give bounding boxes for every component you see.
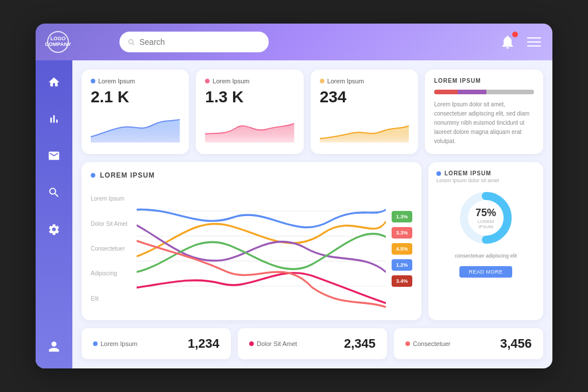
bottom-card-2: Dolor Sit Amet 2,345 [238, 328, 387, 359]
color-bar-purple [458, 90, 486, 94]
search-icon [127, 38, 135, 46]
bottom-card-2-value: 2,345 [344, 336, 376, 351]
top-row: Lorem Ipsum 2.1 K [82, 70, 543, 154]
bottom-card-1-label: Lorem Ipsum [93, 340, 137, 347]
sidebar-item-profile[interactable] [44, 336, 64, 357]
info-card-text: Lorem Ipsum dolor sit amet, consectetuer… [434, 100, 534, 146]
bottom-row: Lorem Ipsum 1,234 Dolor Sit Amet 2,345 C… [82, 328, 543, 359]
donut-dot [436, 171, 441, 176]
sidebar-item-search[interactable] [44, 182, 64, 203]
legend-badge-2: 3.3% [392, 227, 412, 239]
bottom-card-1-value: 1,234 [188, 336, 219, 351]
legend-badge-3: 4.5% [392, 243, 412, 255]
bottom-dot-3 [405, 341, 410, 346]
read-more-button[interactable]: READ MORE [459, 266, 512, 278]
search-nav-icon [48, 186, 60, 199]
notification-badge [512, 32, 518, 37]
main-content: Lorem Ipsum 2.1 K [72, 60, 552, 368]
sidebar-item-home[interactable] [44, 72, 64, 93]
stat-chart-2 [205, 111, 294, 154]
header-right [500, 34, 541, 50]
middle-row: LOREM IPSUM Lorem Ipsum Dolor Sit Amet C… [82, 162, 543, 320]
chart-header: LOREM IPSUM [91, 171, 412, 179]
stat-card-3: Lorem Ipsum 234 [311, 70, 418, 154]
color-bar [434, 90, 534, 94]
logo-area: LOGO COMPANY [47, 31, 110, 53]
bottom-card-3-value: 3,456 [500, 336, 532, 351]
stat-card-2-value: 1.3 K [205, 88, 294, 106]
search-bar[interactable] [119, 32, 269, 52]
chart-title: LOREM IPSUM [100, 171, 155, 179]
stat-dot-3 [320, 79, 324, 83]
donut-percent: 75% [475, 207, 496, 218]
bottom-dot-2 [249, 341, 254, 346]
chart-label-3: Consectetuer [91, 245, 127, 252]
stat-card-1: Lorem Ipsum 2.1 K [82, 70, 189, 154]
donut-chart: 75% LOREM IPSUM [457, 189, 514, 247]
stat-card-3-label: Lorem Ipsum [320, 78, 409, 84]
chart-labels: Lorem Ipsum Dolor Sit Amet Consectetuer … [91, 186, 131, 311]
dashboard: LOGO COMPANY [36, 24, 552, 368]
donut-center-label: LOREM IPSUM [471, 219, 500, 229]
chart-svg-area [137, 186, 386, 311]
bottom-card-2-label: Dolor Sit Amet [249, 340, 297, 347]
donut-subtitle: Lorem Ipsum dolor sit amet [436, 178, 499, 183]
donut-center: 75% LOREM IPSUM [471, 207, 500, 229]
stat-dot-1 [91, 79, 95, 83]
legend-badge-5: 3.4% [392, 275, 412, 287]
stat-chart-3 [320, 111, 409, 154]
chart-icon [48, 113, 60, 125]
chart-legend: 1.3% 3.3% 4.5% 1.2% 3.4% [392, 186, 412, 311]
sidebar [36, 60, 72, 368]
sidebar-item-analytics[interactable] [44, 109, 64, 129]
bottom-dot-1 [93, 341, 98, 346]
stat-card-2-label: Lorem Ipsum [205, 78, 294, 84]
color-bar-gray [486, 90, 534, 94]
stat-card-1-label: Lorem Ipsum [91, 78, 180, 84]
notification-bell[interactable] [500, 34, 516, 50]
info-card: LOREM IPSUM Lorem Ipsum dolor sit amet, … [425, 70, 543, 154]
stat-card-1-value: 2.1 K [91, 88, 180, 106]
user-icon [48, 340, 60, 353]
header: LOGO COMPANY [36, 24, 552, 60]
info-card-title: LOREM IPSUM [434, 78, 534, 84]
mail-icon [48, 149, 60, 162]
settings-icon [48, 223, 60, 236]
chart-dot [91, 173, 95, 178]
line-chart-card: LOREM IPSUM Lorem Ipsum Dolor Sit Amet C… [82, 162, 421, 320]
stat-card-3-value: 234 [320, 88, 409, 106]
donut-card: LOREM IPSUM Lorem Ipsum dolor sit amet 7… [428, 162, 543, 320]
chart-label-1: Lorem Ipsum [91, 195, 127, 202]
chart-label-5: Elit [91, 295, 127, 302]
hamburger-menu[interactable] [527, 37, 541, 47]
donut-title: LOREM IPSUM [436, 170, 492, 176]
stat-card-2: Lorem Ipsum 1.3 K [196, 70, 303, 154]
legend-badge-1: 1.3% [392, 211, 412, 222]
bottom-card-3: Consectetuer 3,456 [394, 328, 543, 359]
donut-description: consectetuer adipiscing elit [455, 252, 517, 260]
legend-badge-4: 1.2% [392, 259, 412, 271]
stat-dot-2 [205, 79, 210, 83]
sidebar-item-settings[interactable] [44, 219, 64, 240]
body: Lorem Ipsum 2.1 K [36, 60, 552, 368]
home-icon [48, 76, 60, 89]
bottom-card-1: Lorem Ipsum 1,234 [82, 328, 231, 359]
color-bar-red [434, 90, 458, 94]
bottom-card-3-label: Consectetuer [405, 340, 450, 347]
search-input[interactable] [140, 37, 261, 47]
svg-line-1 [133, 43, 134, 44]
logo-icon: LOGO COMPANY [47, 31, 69, 53]
stat-chart-1 [91, 111, 180, 154]
chart-label-2: Dolor Sit Amet [91, 221, 127, 227]
sidebar-item-mail[interactable] [44, 145, 64, 166]
chart-label-4: Adipiscing [91, 270, 127, 276]
chart-body: Lorem Ipsum Dolor Sit Amet Consectetuer … [91, 186, 412, 311]
